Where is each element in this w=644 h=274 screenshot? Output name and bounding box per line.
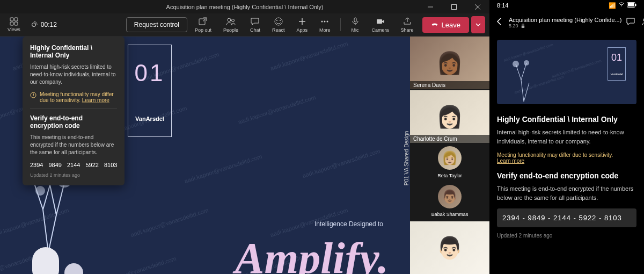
window-title: Acquisition plan meeting (Highly Confide… [166,4,324,10]
svg-point-9 [231,19,234,22]
leave-options-button[interactable] [471,16,485,33]
signal-icon: 📶 [609,2,616,9]
mobile-updated-timestamp: Updated 2 minutes ago [497,233,636,239]
participant-name: Reta Taylor [434,172,465,179]
updated-timestamp: Updated 2 minutes ago [30,172,117,178]
leave-button[interactable]: Leave [422,17,469,33]
svg-point-30 [513,61,519,67]
svg-rect-7 [199,19,205,25]
sensitivity-popup: Highly Confidential \ Internal Only Inte… [23,37,125,185]
react-button[interactable]: React [268,15,289,35]
mobile-status-bar: 8:14 📶 [489,0,644,11]
slide-title: Amplify. [235,233,389,274]
window-controls [419,0,489,15]
participant-name: Babak Shammas [428,211,472,218]
participant-tile[interactable]: 👨🏻 [410,221,489,274]
svg-rect-26 [635,4,636,6]
svg-rect-17 [377,19,382,24]
mobile-shared-screen[interactable]: aadi.kapoor@vanarsdelltd.com aadi.kapoor… [497,40,636,104]
slide-number: 01 [135,60,165,86]
mobile-time: 8:14 [497,2,508,9]
views-label: Views [8,27,20,32]
window-titlebar: Acquisition plan meeting (Highly Confide… [0,0,489,13]
main-content: aadi.kapoor@vanarsdelltd.com aadi.kapoor… [0,37,489,274]
sensitivity-heading: Highly Confidential \ Internal Only [30,44,117,59]
more-button[interactable]: More [315,15,335,35]
battery-icon [627,2,636,9]
apps-button[interactable]: Apps [292,15,312,35]
sensitivity-warning: Meeting functionality may differ due to … [30,91,117,109]
toolbar-divider [340,18,341,31]
participant-name: Serena Davis [410,81,489,89]
camera-button[interactable]: Camera [368,15,393,35]
mobile-encryption-heading: Verify end-to-end encryption code [497,171,636,180]
mobile-teams-window: 8:14 📶 Acquisition plan meeting (Highly … [489,0,644,274]
request-control-button[interactable]: Request control [126,17,187,32]
participants-panel: 👩🏾 Serena Davis 👩🏻 Charlotte de Crum 👩🏼 … [410,37,489,274]
back-button[interactable] [495,17,504,28]
mobile-people-button[interactable] [642,17,644,28]
meeting-timer: 00:12 [30,21,57,28]
mobile-chat-button[interactable] [626,17,635,28]
svg-point-22 [35,186,45,196]
svg-rect-25 [628,3,634,6]
mobile-slide-number: 01 [611,52,622,63]
shared-screen[interactable]: aadi.kapoor@vanarsdelltd.com aadi.kapoor… [0,37,410,274]
people-button[interactable]: People [219,15,243,35]
participant-tile[interactable]: 👩🏼 Reta Taylor [410,144,489,182]
participant-name: Charlotte de Crum [410,135,489,143]
participant-tile[interactable]: 👩🏾 Serena Davis [410,37,489,89]
svg-point-13 [321,21,323,23]
popout-button[interactable]: Pop out [191,15,216,35]
mobile-sensitivity-desc: Internal high-risk secrets limited to ne… [497,128,636,146]
mobile-slide-box: 01 VanArsdel [608,47,626,81]
encryption-heading: Verify end-to-end encryption code [30,114,117,129]
minimize-button[interactable] [419,0,442,15]
maximize-button[interactable] [442,0,466,15]
encryption-description: This meeting is end-to-end encrypted if … [30,134,117,156]
slide-sidebar-label: P01 VA Shared Design [404,131,410,186]
mobile-meeting-title: Acquisition plan meeting (Highly Confide… [509,17,621,23]
svg-point-14 [324,21,326,23]
svg-point-15 [327,21,328,23]
mobile-warning: Meeting functionality may differ due to … [497,152,636,164]
mobile-encryption-desc: This meeting is end-to-end encrypted if … [497,184,636,202]
participant-tile[interactable]: 👨🏽 Babak Shammas [410,183,489,220]
mobile-sensitivity-heading: Highly Confidential \ Internal Only [497,115,636,124]
svg-rect-4 [14,22,18,25]
svg-point-12 [280,20,281,21]
mic-button[interactable]: Mic [346,15,364,35]
svg-rect-3 [10,22,13,25]
meeting-toolbar: Views 00:12 Request control Pop out Peop… [0,13,489,37]
mobile-learn-more-link[interactable]: Learn more [497,158,636,164]
svg-rect-16 [354,18,356,22]
svg-point-10 [275,18,282,25]
brand-name: VanArsdel [135,116,164,122]
wifi-icon [618,2,625,9]
svg-rect-0 [452,4,457,9]
lock-icon [521,24,525,28]
svg-point-11 [276,20,277,21]
chat-button[interactable]: Chat [246,15,265,35]
svg-point-8 [228,18,231,21]
mobile-encryption-codes: 2394 - 9849 - 2144 - 5922 - 8103 [497,208,636,227]
svg-rect-1 [10,18,13,21]
slide-subtitle: Intelligence Designed to [314,220,383,228]
close-button[interactable] [466,0,489,15]
mobile-content[interactable]: aadi.kapoor@vanarsdelltd.com aadi.kapoor… [489,34,644,274]
desktop-teams-window: Acquisition plan meeting (Highly Confide… [0,0,489,274]
svg-rect-27 [521,25,524,28]
svg-point-31 [524,60,529,66]
learn-more-link[interactable]: Learn more [82,97,109,103]
participant-tile[interactable]: 👩🏻 Charlotte de Crum [410,90,489,143]
views-button[interactable]: Views [4,15,24,34]
mobile-meeting-timer: 5:20 [509,23,621,28]
slide-number-box: 01 VanArsdel [128,45,172,137]
sensitivity-description: Internal high-risk secrets limited to ne… [30,63,117,86]
share-button[interactable]: Share [397,15,418,35]
encryption-codes: 2394 9849 2144 5922 8103 [30,162,117,168]
mobile-header: Acquisition plan meeting (Highly Confide… [489,11,644,34]
mobile-sensitivity-info: Highly Confidential \ Internal Only Inte… [497,115,636,239]
svg-rect-2 [14,18,18,21]
